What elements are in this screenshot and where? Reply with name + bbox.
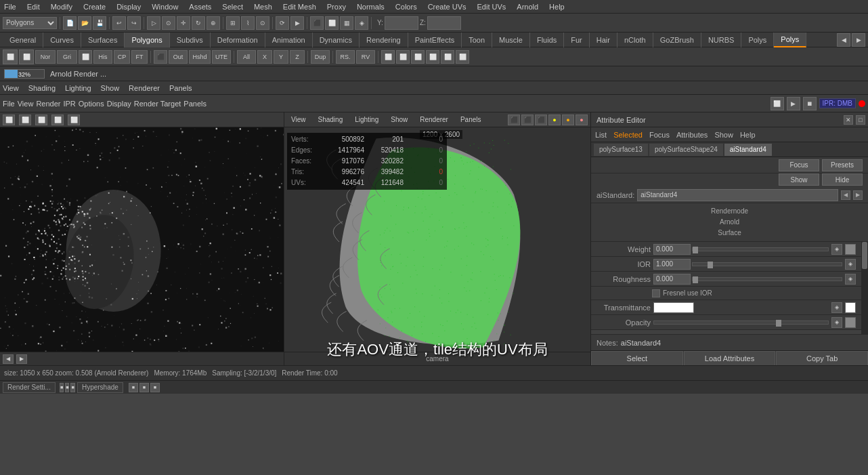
presets-btn[interactable]: Presets [822, 159, 863, 171]
ipr-icon1[interactable]: ⬜ [771, 97, 784, 110]
menu-display[interactable]: Display [115, 3, 142, 11]
tab-curves[interactable]: Curves [43, 33, 81, 47]
render-target-menu[interactable]: Render Target [134, 100, 181, 108]
tab-hair[interactable]: Hair [590, 33, 617, 47]
tab-aistandard4[interactable]: aiStandard4 [724, 144, 772, 156]
weight-connect-btn[interactable]: ◈ [831, 244, 842, 255]
sub-menu-renderer[interactable]: Renderer [129, 84, 160, 92]
menu-edit[interactable]: Edit [26, 3, 41, 11]
center-viewport[interactable]: View Shading Lighting Show Renderer Pane… [284, 112, 590, 365]
exit-color-section[interactable]: ▶ Exit Color [591, 330, 861, 334]
tab-general[interactable]: General [3, 33, 43, 47]
rv-icon3[interactable]: ⬜ [35, 115, 47, 125]
icon-tb-y[interactable]: Y [274, 50, 288, 64]
nav-show[interactable]: Show [714, 131, 733, 139]
left-viewport[interactable]: ⬜ ⬜ ⬜ ⬜ ⬜ ◀ ▶ [0, 112, 284, 365]
icon-a[interactable]: ⬛ [310, 16, 324, 30]
vp-icon6[interactable]: ● [576, 115, 588, 125]
menu-assets[interactable]: Assets [188, 3, 213, 11]
new-scene-btn[interactable]: 📄 [63, 16, 77, 30]
tab-polygons[interactable]: Polygons [125, 33, 169, 47]
tab-next-btn[interactable]: ▶ [852, 33, 865, 47]
tab-fur[interactable]: Fur [564, 33, 590, 47]
vp-icon2[interactable]: ⬛ [521, 115, 534, 125]
icon-b[interactable]: ⬜ [325, 16, 339, 30]
render-file-menu[interactable]: File [3, 100, 15, 108]
icon-tb-e6[interactable]: ⬜ [456, 50, 469, 64]
z-coord-field[interactable] [427, 16, 461, 30]
icon-tb-rs[interactable]: RS. [336, 50, 355, 64]
icon-tb-rv[interactable]: RV [356, 50, 375, 64]
rv-icon5[interactable]: ⬜ [68, 115, 80, 125]
hs-icon1[interactable]: ■ [129, 383, 138, 392]
menu-window[interactable]: Window [150, 3, 179, 11]
icon-tb-all[interactable]: All [237, 50, 256, 64]
menu-help[interactable]: Help [548, 3, 566, 11]
opacity-connect-btn[interactable]: ◈ [831, 317, 842, 328]
nav-list[interactable]: List [595, 131, 607, 139]
snap-grid-btn[interactable]: ⊞ [226, 16, 240, 30]
select-bottom-btn[interactable]: Select [591, 351, 683, 366]
icon-tb-out[interactable]: Out [169, 50, 188, 64]
hide-btn[interactable]: Hide [822, 173, 863, 186]
vp-view[interactable]: View [287, 116, 310, 123]
rv-icon2[interactable]: ⬜ [19, 115, 31, 125]
shader-left-arrow[interactable]: ◀ [841, 190, 850, 200]
icon-tb-dup[interactable]: Dup [311, 50, 330, 64]
rs-icon1[interactable]: ■ [60, 383, 64, 392]
icon-tb-nor[interactable]: Nor [35, 50, 56, 64]
tab-muscle[interactable]: Muscle [492, 33, 530, 47]
icon-tb-d[interactable]: ⬛ [154, 50, 167, 64]
tab-animation[interactable]: Animation [265, 33, 313, 47]
render-options-menu[interactable]: Options [79, 100, 104, 108]
icon-tb-a[interactable]: ⬜ [3, 49, 18, 64]
icon-tb-cp[interactable]: CP [114, 50, 130, 64]
fresnel-checkbox[interactable] [652, 289, 660, 297]
snap-point-btn[interactable]: ⊙ [256, 16, 269, 30]
tab-polysurface13[interactable]: polySurface13 [594, 144, 648, 156]
rv-icon4[interactable]: ⬜ [51, 115, 64, 125]
tab-deformation[interactable]: Deformation [211, 33, 265, 47]
roughness-connect-btn[interactable]: ◈ [845, 274, 856, 285]
menu-select[interactable]: Select [221, 3, 244, 11]
roughness-slider[interactable] [692, 277, 842, 281]
focus-btn[interactable]: Focus [779, 159, 819, 171]
y-coord-field[interactable] [385, 16, 418, 30]
sub-menu-shading[interactable]: Shading [28, 84, 56, 92]
render-display-menu[interactable]: Display [107, 100, 131, 108]
sub-menu-panels[interactable]: Panels [169, 84, 192, 92]
move-btn[interactable]: ✛ [177, 16, 190, 30]
menu-create-uvs[interactable]: Create UVs [427, 3, 468, 11]
weight-slider[interactable] [692, 247, 829, 251]
rv-prev-btn[interactable]: ◀ [3, 354, 14, 364]
hs-icon3[interactable]: ■ [150, 383, 160, 392]
render-render-menu[interactable]: Render [36, 100, 60, 108]
render-settings-tab-btn[interactable]: Render Setti... [3, 382, 56, 393]
opacity-swatch-btn[interactable] [845, 317, 856, 328]
polygon-mode-select[interactable]: Polygons [3, 17, 57, 29]
redo-btn[interactable]: ↪ [127, 16, 141, 30]
select-btn[interactable]: ▷ [147, 16, 160, 30]
rs-icon3[interactable]: ■ [70, 383, 74, 392]
tab-prev-btn[interactable]: ◀ [837, 33, 850, 47]
vp-panels[interactable]: Panels [456, 116, 485, 123]
render-panels-menu[interactable]: Panels [183, 100, 207, 108]
icon-tb-b[interactable]: ⬜ [19, 49, 34, 64]
icon-tb-e4[interactable]: ⬜ [426, 50, 439, 64]
vp-icon1[interactable]: ⬛ [508, 115, 520, 125]
nav-help[interactable]: Help [740, 131, 756, 139]
open-btn[interactable]: 📂 [78, 16, 91, 30]
vp-renderer[interactable]: Renderer [416, 116, 452, 123]
menu-edit-mesh[interactable]: Edit Mesh [282, 3, 318, 11]
weight-swatch[interactable] [845, 244, 856, 255]
tab-custom[interactable]: GoZBrush [653, 33, 701, 47]
tab-rendering[interactable]: Rendering [360, 33, 408, 47]
tab-nurbs[interactable]: Polys [741, 33, 774, 47]
ipr-icon2[interactable]: ▶ [787, 97, 800, 110]
icon-tb-c[interactable]: ⬜ [79, 50, 92, 64]
attr-close-btn[interactable]: ✕ [844, 115, 853, 125]
ior-val[interactable]: 1.000 [653, 259, 691, 270]
menu-edit-uvs[interactable]: Edit UVs [476, 3, 508, 11]
ipr-icon3[interactable]: ⏹ [803, 97, 817, 110]
render-ipr-menu[interactable]: IPR [63, 100, 75, 108]
